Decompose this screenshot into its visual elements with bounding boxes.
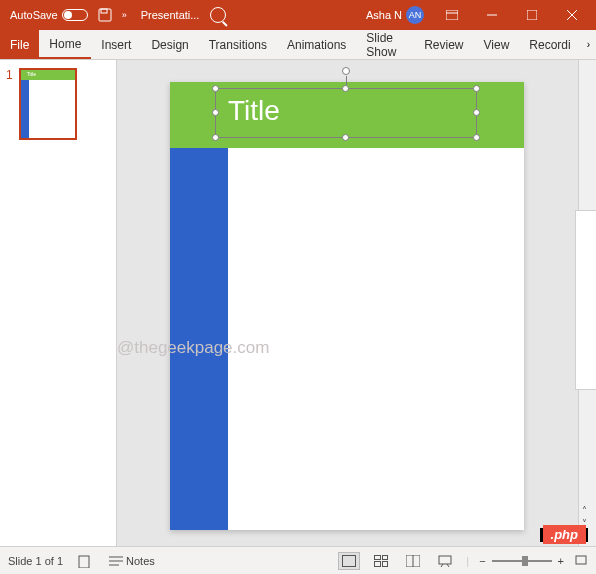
user-account[interactable]: Asha N AN	[358, 6, 432, 24]
zoom-in-button[interactable]: +	[558, 555, 564, 567]
thumbnail-number: 1	[6, 68, 13, 140]
resize-handle-e[interactable]	[473, 109, 480, 116]
ribbon-display-options-icon[interactable]	[432, 0, 472, 30]
spellcheck-icon[interactable]	[73, 554, 95, 568]
toggle-off-icon	[62, 9, 88, 21]
title-bar: AutoSave » Presentati... Asha N AN	[0, 0, 596, 30]
tab-file[interactable]: File	[0, 30, 39, 59]
slide-counter[interactable]: Slide 1 of 1	[8, 555, 63, 567]
watermark: @thegeekpage.com	[117, 338, 269, 358]
reading-view-icon	[406, 555, 420, 567]
title-textbox[interactable]: Title	[215, 88, 477, 138]
title-text[interactable]: Title	[216, 89, 476, 133]
user-name: Asha N	[366, 9, 402, 21]
resize-handle-sw[interactable]	[212, 134, 219, 141]
tab-design[interactable]: Design	[141, 30, 198, 59]
zoom-track[interactable]	[492, 560, 552, 562]
tab-home[interactable]: Home	[39, 30, 91, 59]
document-name: Presentati...	[133, 9, 208, 21]
zoom-thumb[interactable]	[522, 556, 528, 566]
tab-view[interactable]: View	[474, 30, 520, 59]
avatar: AN	[406, 6, 424, 24]
notes-button[interactable]: Notes	[105, 555, 159, 567]
minimize-button[interactable]	[472, 0, 512, 30]
notes-icon	[109, 555, 123, 567]
svg-rect-14	[439, 556, 451, 564]
tab-recording[interactable]: Recordi	[519, 30, 580, 59]
tab-insert[interactable]: Insert	[91, 30, 141, 59]
tab-review[interactable]: Review	[414, 30, 473, 59]
resize-handle-s[interactable]	[342, 134, 349, 141]
right-pane: ˄˅≡	[578, 60, 596, 546]
sorter-view-icon	[374, 555, 388, 567]
slide-canvas[interactable]: Title @thegeekpage.com	[117, 60, 578, 546]
svg-rect-17	[576, 556, 586, 564]
resize-handle-n[interactable]	[342, 85, 349, 92]
qat-overflow-icon[interactable]: »	[116, 10, 133, 20]
thumbnail-row[interactable]: 1 Title	[6, 68, 110, 140]
slide[interactable]: Title	[170, 82, 524, 530]
resize-handle-w[interactable]	[212, 109, 219, 116]
svg-rect-8	[79, 556, 89, 568]
svg-rect-1	[101, 9, 107, 13]
search-icon	[210, 7, 226, 23]
chevron-up-icon[interactable]: ˄	[582, 505, 588, 516]
search-button[interactable]	[207, 0, 229, 30]
resize-handle-ne[interactable]	[473, 85, 480, 92]
slide-thumbnail[interactable]: Title	[19, 68, 77, 140]
svg-rect-5	[527, 10, 537, 20]
ribbon-overflow-icon[interactable]: ›	[581, 39, 596, 50]
php-badge: .php	[543, 525, 586, 544]
main-area: 1 Title Title @	[0, 60, 596, 546]
autosave-label: AutoSave	[10, 9, 58, 21]
tab-transitions[interactable]: Transitions	[199, 30, 277, 59]
collapsed-pane[interactable]	[575, 210, 596, 390]
slideshow-view-button[interactable]	[434, 552, 456, 570]
autosave-toggle[interactable]: AutoSave	[4, 9, 94, 21]
save-icon[interactable]	[94, 0, 116, 30]
notes-label: Notes	[126, 555, 155, 567]
status-bar: Slide 1 of 1 Notes | − +	[0, 546, 596, 574]
svg-rect-2	[446, 10, 458, 20]
reading-view-button[interactable]	[402, 552, 424, 570]
rotate-handle[interactable]	[342, 67, 350, 75]
slideshow-icon	[438, 555, 452, 567]
fit-to-window-button[interactable]	[574, 554, 588, 568]
tab-animations[interactable]: Animations	[277, 30, 356, 59]
zoom-slider[interactable]: − +	[479, 555, 564, 567]
maximize-button[interactable]	[512, 0, 552, 30]
normal-view-icon	[342, 555, 356, 567]
ribbon-tabs: File Home Insert Design Transitions Anim…	[0, 30, 596, 60]
tab-slideshow[interactable]: Slide Show	[356, 30, 414, 59]
zoom-out-button[interactable]: −	[479, 555, 485, 567]
resize-handle-nw[interactable]	[212, 85, 219, 92]
normal-view-button[interactable]	[338, 552, 360, 570]
sorter-view-button[interactable]	[370, 552, 392, 570]
thumbnail-panel: 1 Title	[0, 60, 117, 546]
thumbnail-title: Title	[27, 71, 36, 77]
close-button[interactable]	[552, 0, 592, 30]
resize-handle-se[interactable]	[473, 134, 480, 141]
